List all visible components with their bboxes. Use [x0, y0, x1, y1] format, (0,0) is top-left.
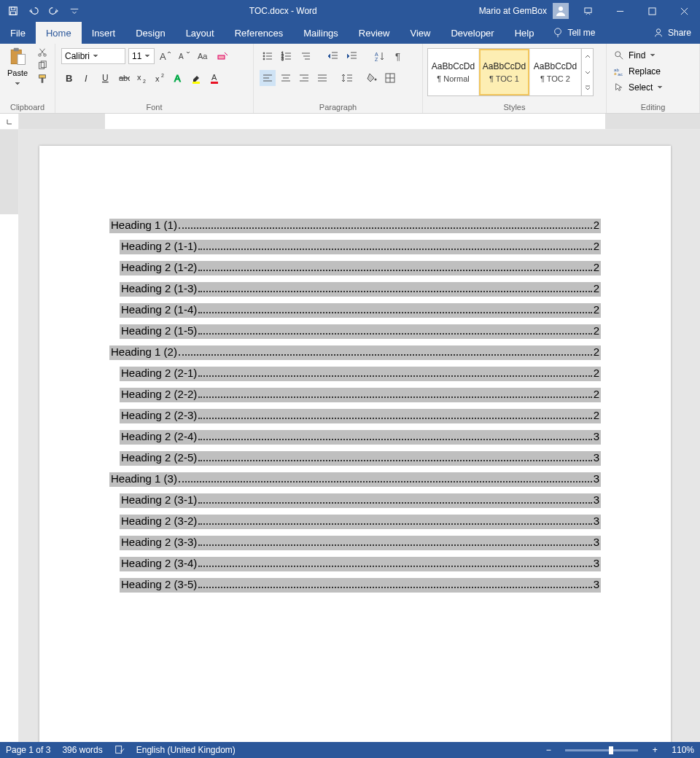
svg-point-42 [263, 52, 265, 54]
toc-entry[interactable]: Heading 1 (1)2 [109, 219, 601, 233]
format-painter-button[interactable] [35, 73, 50, 85]
tab-review[interactable]: Review [349, 22, 400, 44]
sort-button[interactable]: AZ [372, 48, 388, 64]
italic-button[interactable]: I [79, 70, 96, 86]
maximize-button[interactable] [636, 0, 668, 22]
clear-formatting-button[interactable] [214, 48, 230, 64]
justify-button[interactable] [314, 70, 330, 86]
underline-button[interactable]: U [98, 70, 114, 86]
toc-entry[interactable]: Heading 2 (3-4)3 [120, 557, 601, 571]
tab-view[interactable]: View [400, 22, 440, 44]
align-center-button[interactable] [278, 70, 294, 86]
tell-me[interactable]: Tell me [544, 28, 604, 38]
toc-entry[interactable]: Heading 2 (2-4)3 [120, 430, 601, 445]
toc-entry[interactable]: Heading 2 (2-3)2 [120, 409, 601, 423]
toc-entry[interactable]: Heading 2 (2-2)2 [120, 388, 601, 402]
save-button[interactable] [4, 2, 22, 20]
status-words[interactable]: 396 words [62, 745, 102, 755]
paste-button[interactable]: Paste [3, 47, 32, 89]
font-color-button[interactable]: A [207, 70, 223, 86]
toc-entry[interactable]: Heading 2 (2-5)3 [120, 451, 601, 466]
gallery-down-button[interactable] [582, 64, 593, 79]
minimize-button[interactable] [604, 0, 636, 22]
status-language[interactable]: English (United Kingdom) [136, 745, 236, 755]
document-scroll[interactable]: Heading 1 (1)2Heading 2 (1-1)2Heading 2 … [19, 130, 700, 742]
align-left-button[interactable] [260, 70, 276, 86]
style-toc2[interactable]: AaBbCcDd ¶ TOC 2 [530, 49, 581, 95]
toc-entry[interactable]: Heading 2 (2-1)2 [120, 367, 601, 381]
tell-me-label: Tell me [567, 28, 595, 38]
line-spacing-button[interactable] [339, 70, 355, 86]
numbering-button[interactable]: 123 [279, 48, 295, 64]
tab-design[interactable]: Design [125, 22, 175, 44]
toc-text: Heading 1 (1) [111, 219, 177, 231]
bullets-button[interactable] [260, 48, 276, 64]
tab-developer[interactable]: Developer [440, 22, 504, 44]
style-toc1[interactable]: AaBbCcDd ¶ TOC 1 [479, 49, 530, 95]
strikethrough-button[interactable]: abc [116, 70, 132, 86]
toc-entry[interactable]: Heading 2 (3-2)3 [120, 515, 601, 529]
redo-button[interactable] [45, 2, 63, 20]
bold-button[interactable]: B [61, 70, 77, 86]
font-name-combo[interactable]: Calibri [61, 48, 125, 64]
tab-help[interactable]: Help [505, 22, 545, 44]
text-effects-button[interactable]: A [171, 70, 187, 86]
align-right-button[interactable] [296, 70, 312, 86]
font-size-combo[interactable]: 11 [128, 48, 155, 64]
zoom-out-button[interactable]: − [543, 745, 553, 755]
zoom-level[interactable]: 110% [672, 745, 694, 755]
decrease-indent-button[interactable] [325, 48, 341, 64]
gallery-up-button[interactable] [582, 49, 593, 64]
style-normal[interactable]: AaBbCcDd ¶ Normal [428, 49, 479, 95]
toc-entry[interactable]: Heading 1 (2)2 [109, 345, 601, 360]
status-page[interactable]: Page 1 of 3 [6, 745, 50, 755]
tab-file[interactable]: File [0, 22, 36, 44]
increase-indent-button[interactable] [344, 48, 360, 64]
user-avatar[interactable] [553, 3, 569, 19]
toc-text: Heading 2 (2-4) [121, 430, 197, 442]
toc-entry[interactable]: Heading 2 (1-3)2 [120, 282, 601, 297]
select-button[interactable]: Select [614, 80, 663, 95]
subscript-button[interactable]: x2 [134, 70, 150, 86]
toc-entry[interactable]: Heading 2 (3-3)3 [120, 536, 601, 550]
toc-entry[interactable]: Heading 2 (1-2)2 [120, 261, 601, 276]
shading-button[interactable] [364, 70, 380, 86]
qat-customize-button[interactable] [66, 2, 83, 20]
share-button[interactable]: Share [645, 28, 700, 38]
toc-entry[interactable]: Heading 2 (1-5)2 [120, 324, 601, 339]
toc-entry[interactable]: Heading 2 (3-5)3 [120, 578, 601, 593]
multilevel-list-button[interactable] [298, 48, 314, 64]
tab-layout[interactable]: Layout [176, 22, 225, 44]
horizontal-ruler[interactable] [19, 114, 700, 129]
toc-entry[interactable]: Heading 2 (1-1)2 [120, 240, 601, 254]
copy-button[interactable] [35, 60, 50, 71]
toc-leader [198, 312, 591, 313]
tab-selector[interactable] [0, 114, 19, 129]
tab-insert[interactable]: Insert [82, 22, 126, 44]
shrink-font-button[interactable]: A [176, 48, 192, 64]
ribbon-options-button[interactable] [572, 0, 604, 22]
zoom-slider[interactable] [565, 749, 638, 751]
toc-entry[interactable]: Heading 2 (3-1)3 [120, 493, 601, 508]
tab-home[interactable]: Home [36, 22, 82, 44]
undo-button[interactable] [25, 2, 42, 20]
change-case-button[interactable]: Aa [195, 48, 211, 64]
tab-mailings[interactable]: Mailings [293, 22, 349, 44]
zoom-in-button[interactable]: + [650, 745, 660, 755]
superscript-button[interactable]: x2 [152, 70, 168, 86]
grow-font-button[interactable]: A [158, 48, 174, 64]
gallery-more-button[interactable] [582, 80, 593, 95]
tab-references[interactable]: References [225, 22, 293, 44]
vertical-ruler[interactable] [0, 130, 19, 742]
cut-button[interactable] [35, 47, 50, 58]
toc-entry[interactable]: Heading 1 (3)3 [109, 472, 601, 487]
show-marks-button[interactable]: ¶ [391, 48, 407, 64]
toc-entry[interactable]: Heading 2 (1-4)2 [120, 303, 601, 318]
highlight-button[interactable] [189, 70, 205, 86]
spellcheck-icon[interactable] [114, 744, 125, 757]
close-button[interactable] [668, 0, 700, 22]
find-button[interactable]: Find [614, 48, 663, 63]
borders-button[interactable] [382, 70, 398, 86]
replace-button[interactable]: abacReplace [614, 64, 663, 79]
toc-leader [198, 502, 591, 504]
